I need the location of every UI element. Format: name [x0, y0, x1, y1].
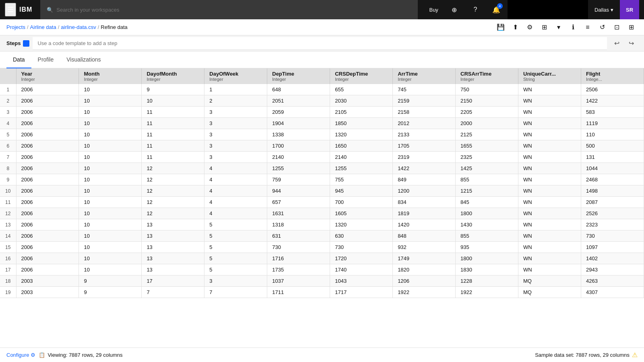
cell-deptime: 730: [267, 242, 330, 253]
cell-uniquecarr: WN: [518, 197, 581, 208]
cell-uniquecarr: WN: [518, 174, 581, 185]
cell-deptime: 1338: [267, 129, 330, 140]
cell-flight: 2943: [581, 264, 644, 276]
col-header-dayofweek[interactable]: DayOfWeek Integer: [204, 68, 267, 84]
cell-crsarrtime: 855: [456, 174, 518, 185]
cell-flight: 2468: [581, 174, 644, 185]
cell-dayofweek: 5: [204, 219, 267, 230]
cell-dayofmonth: 12: [142, 174, 204, 185]
cell-dayofweek: 1: [204, 84, 267, 95]
cell-year: 2006: [16, 118, 79, 129]
table-row: 1020061012494494512001215WN1498: [0, 185, 644, 197]
filter-icon-btn[interactable]: ≡: [581, 21, 594, 34]
cell-crsdeptime: 1850: [330, 118, 393, 129]
cell-uniquecarr: WN: [518, 219, 581, 230]
tab-visualizations[interactable]: Visualizations: [60, 51, 107, 68]
cell-year: 2006: [16, 140, 79, 152]
cell-year: 2006: [16, 95, 79, 107]
upload-icon-btn[interactable]: ⬆: [509, 21, 522, 34]
row-number: 2: [0, 95, 16, 107]
notifications-button[interactable]: 🔔 4: [487, 0, 506, 19]
history-icon-btn[interactable]: ↺: [596, 21, 609, 34]
row-number-header: [0, 68, 16, 84]
cell-deptime: 1631: [267, 208, 330, 219]
table-row: 14200610135631630848855WN730: [0, 230, 644, 242]
user-avatar[interactable]: SR: [620, 0, 639, 19]
cell-dayofmonth: 12: [142, 163, 204, 174]
grid-icon-btn[interactable]: ⊞: [538, 21, 551, 34]
table-row: 1920039771711171719221922MQ4307: [0, 287, 644, 298]
col-header-arrtime[interactable]: ArrTime Integer: [393, 68, 456, 84]
cell-crsdeptime: 2140: [330, 152, 393, 163]
cell-month: 10: [79, 152, 142, 163]
location-selector[interactable]: Dallas ▾: [590, 7, 618, 13]
tab-data[interactable]: Data: [6, 51, 31, 68]
cell-dayofweek: 5: [204, 230, 267, 242]
cell-crsdeptime: 2105: [330, 107, 393, 118]
cell-arrtime: 2159: [393, 95, 456, 107]
cell-flight: 2087: [581, 197, 644, 208]
cell-dayofmonth: 7: [142, 287, 204, 298]
search-input[interactable]: [56, 7, 411, 13]
tab-profile[interactable]: Profile: [31, 51, 60, 68]
buy-button[interactable]: Buy: [424, 0, 443, 19]
col-header-year[interactable]: Year Integer: [16, 68, 79, 84]
help-button[interactable]: ?: [466, 0, 485, 19]
tabs-bar: Data Profile Visualizations: [0, 51, 644, 68]
grid2-icon-btn[interactable]: ⊞: [625, 21, 638, 34]
cell-crsdeptime: 755: [330, 174, 393, 185]
search-bar[interactable]: 🔍: [40, 0, 418, 19]
cell-crsarrtime: 2000: [456, 118, 518, 129]
chevron-down-bc-icon[interactable]: ▾: [552, 21, 565, 34]
breadcrumb-sep-2: /: [58, 24, 60, 30]
breadcrumb-projects[interactable]: Projects: [6, 24, 25, 30]
cell-year: 2003: [16, 287, 79, 298]
cell-dayofweek: 3: [204, 140, 267, 152]
cell-year: 2006: [16, 174, 79, 185]
settings-icon-btn[interactable]: ⚙: [523, 21, 536, 34]
cell-month: 10: [79, 264, 142, 276]
col-header-dayofmonth[interactable]: DayofMonth Integer: [142, 68, 204, 84]
cell-dayofweek: 5: [204, 242, 267, 253]
share-icon-btn[interactable]: ⊡: [610, 21, 623, 34]
col-header-crsarrtime[interactable]: CRSArrTime Integer: [456, 68, 518, 84]
cell-dayofweek: 4: [204, 208, 267, 219]
col-header-deptime[interactable]: DepTime Integer: [267, 68, 330, 84]
add-button[interactable]: ⊕: [445, 0, 464, 19]
cell-flight: 730: [581, 230, 644, 242]
configure-button[interactable]: Configure ⚙: [6, 352, 35, 358]
row-number: 5: [0, 129, 16, 140]
cell-dayofweek: 4: [204, 163, 267, 174]
info-icon-btn[interactable]: ℹ: [567, 21, 580, 34]
cell-uniquecarr: WN: [518, 163, 581, 174]
cell-crsarrtime: 855: [456, 230, 518, 242]
col-header-crsdeptime[interactable]: CRSDepTime Integer: [330, 68, 393, 84]
cell-deptime: 1716: [267, 253, 330, 264]
menu-button[interactable]: ☰: [5, 3, 16, 16]
table-row: 132006101351318132014201430WN2323: [0, 219, 644, 230]
cell-dayofmonth: 17: [142, 276, 204, 287]
table-row: 32006101132059210521582205WN583: [0, 107, 644, 118]
cell-dayofweek: 4: [204, 185, 267, 197]
cell-crsarrtime: 845: [456, 197, 518, 208]
col-header-uniquecarr[interactable]: UniqueCarr... String: [518, 68, 581, 84]
cell-crsarrtime: 1228: [456, 276, 518, 287]
table-row: 22006101022051203021592150WN1422: [0, 95, 644, 107]
save-icon-btn[interactable]: 💾: [494, 21, 507, 34]
undo-button[interactable]: ↩: [610, 37, 623, 50]
cell-flight: 1402: [581, 253, 644, 264]
cell-dayofmonth: 13: [142, 242, 204, 253]
table-row: 120061091648655745750WN2506: [0, 84, 644, 95]
steps-input[interactable]: [33, 37, 607, 50]
col-header-flight[interactable]: Flight Intege...: [581, 68, 644, 84]
data-table-container[interactable]: Year Integer Month Integer DayofMonth In…: [0, 68, 644, 348]
redo-button[interactable]: ↪: [625, 37, 638, 50]
cell-crsarrtime: 2125: [456, 129, 518, 140]
cell-deptime: 1700: [267, 140, 330, 152]
breadcrumb-airline-data[interactable]: Airline data: [30, 24, 56, 30]
col-header-month[interactable]: Month Integer: [79, 68, 142, 84]
breadcrumb-csv[interactable]: airline-data.csv: [61, 24, 96, 30]
cell-year: 2006: [16, 84, 79, 95]
cell-year: 2006: [16, 208, 79, 219]
cell-dayofmonth: 13: [142, 230, 204, 242]
